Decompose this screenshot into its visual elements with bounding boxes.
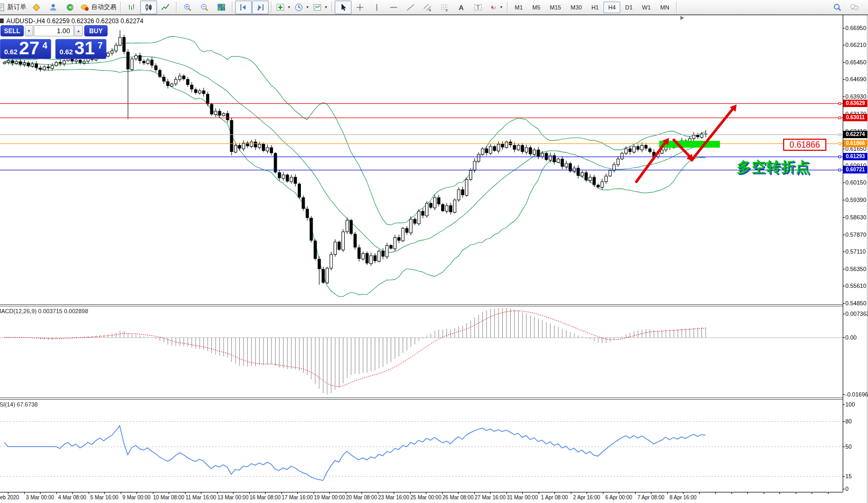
axis-tick-label: 0.66950 <box>845 25 866 31</box>
turning-point-note[interactable]: 多空转折点 <box>737 158 811 177</box>
axis-tick <box>843 286 845 286</box>
zoom-out-button[interactable] <box>196 1 213 14</box>
auto-scroll-button[interactable] <box>252 1 269 14</box>
timeframe-m15-button[interactable]: M15 <box>545 2 565 13</box>
buy-price-box[interactable]: 0.62 31 7 <box>55 39 106 59</box>
time-axis-label: 1 Apr 08:00 <box>541 495 568 500</box>
time-axis-label: 4 Mar 08:00 <box>58 495 86 500</box>
time-tick <box>410 492 411 494</box>
time-tick <box>539 492 539 494</box>
axis-tick <box>843 200 845 200</box>
timeframe-m30-button[interactable]: M30 <box>566 2 587 13</box>
arrows-button[interactable]: ▼ <box>486 1 505 14</box>
dropdown-arrow-icon[interactable]: ▼ <box>500 5 503 9</box>
axis-tick <box>843 303 845 304</box>
tile-windows-button[interactable] <box>213 1 230 14</box>
time-axis-label: 20 Mar 08:00 <box>346 495 377 500</box>
volume-down-button[interactable]: ▼ <box>25 25 33 36</box>
horizontal-level-line[interactable] <box>0 103 843 104</box>
horizontal-level-line[interactable] <box>0 170 843 170</box>
axis-tick-label: 0.57110 <box>845 248 866 255</box>
time-tick <box>8 492 8 494</box>
time-axis-label: 7 Apr 08:00 <box>637 495 664 500</box>
candle-chart-button[interactable] <box>140 1 157 14</box>
market-watch-button[interactable] <box>28 1 45 14</box>
line-chart-button[interactable] <box>157 1 174 14</box>
text-button[interactable]: A <box>453 1 470 14</box>
timeframe-m5-button[interactable]: M5 <box>528 2 545 13</box>
gold-icon <box>32 3 41 12</box>
periods-button[interactable]: ▼ <box>292 1 311 14</box>
dropdown-arrow-icon[interactable]: ▼ <box>306 5 309 9</box>
templates-button[interactable]: ▼ <box>311 1 329 14</box>
axis-tick-label: 0.64690 <box>845 76 866 82</box>
volume-field[interactable]: 1.00 <box>34 25 74 36</box>
time-tick <box>346 492 346 494</box>
timeframe-w1-button[interactable]: W1 <box>637 2 656 13</box>
buy-button[interactable]: BUY <box>84 25 108 36</box>
price-chart-canvas[interactable] <box>0 15 843 492</box>
dropdown-arrow-icon[interactable]: ▼ <box>324 5 328 9</box>
tag-connector <box>838 142 841 145</box>
tag-connector <box>838 169 841 171</box>
vertical-line-button[interactable] <box>368 1 385 14</box>
autotrade-icon <box>80 3 90 12</box>
cursor-button[interactable] <box>335 1 352 14</box>
fibo-icon: F <box>440 3 449 12</box>
horizontal-level-line[interactable] <box>0 118 843 118</box>
tag-connector <box>838 156 841 158</box>
time-tick <box>24 492 25 494</box>
price-tag: 0.63011 <box>843 114 867 121</box>
signals-button[interactable] <box>62 1 79 14</box>
timeframe-d1-button[interactable]: D1 <box>620 2 637 13</box>
accounts-button[interactable] <box>45 1 62 14</box>
time-tick <box>747 492 748 494</box>
scroll-to-end-marker[interactable] <box>680 16 684 20</box>
time-axis-label: 5 Mar 16:00 <box>90 495 118 500</box>
time-axis-label: 9 Mar 00:00 <box>122 495 150 500</box>
buy-price-big: 31 <box>74 37 95 59</box>
auto-trading-button[interactable]: 自动交易 <box>79 1 118 14</box>
tag-connector <box>838 117 841 119</box>
timeframe-m1-button[interactable]: M1 <box>510 2 528 13</box>
chart-shift-button[interactable] <box>235 1 252 14</box>
timeframe-h4-button[interactable]: H4 <box>603 2 620 13</box>
search-icon[interactable] <box>829 1 846 14</box>
sell-button[interactable]: SELL <box>1 25 24 36</box>
template-icon <box>313 3 322 12</box>
time-tick <box>764 492 764 494</box>
indicators-button[interactable]: ▼ <box>274 1 292 14</box>
symbol-header: AUDUSD-,H4 0.62259 0.62326 0.62203 0.622… <box>6 17 143 25</box>
hline-icon <box>389 3 398 12</box>
zoom-in-button[interactable] <box>179 1 196 14</box>
price-tag: 0.61866 <box>843 140 867 147</box>
time-tick <box>506 492 507 494</box>
crosshair-button[interactable] <box>352 1 368 14</box>
time-tick <box>571 492 571 494</box>
timeframe-h1-button[interactable]: H1 <box>587 2 603 13</box>
tile-icon <box>217 3 226 12</box>
time-tick <box>185 492 186 494</box>
horizontal-line-button[interactable] <box>385 1 402 14</box>
axis-tick <box>843 96 845 97</box>
bar-chart-button[interactable] <box>123 1 140 14</box>
sell-price-box[interactable]: 0.62 27 4 <box>0 39 51 59</box>
horizontal-level-line[interactable] <box>0 134 843 135</box>
chat-icon[interactable] <box>846 1 863 14</box>
text-label-button[interactable]: T <box>470 1 486 14</box>
price-note-box[interactable]: 0.61866 <box>783 139 826 151</box>
time-axis-label: 3 Mar 00:00 <box>26 495 54 500</box>
crosshair-icon <box>355 3 365 12</box>
volume-up-button[interactable]: ▲ <box>74 25 83 36</box>
channel-button[interactable]: E <box>419 1 436 14</box>
horizontal-level-line[interactable] <box>0 157 843 157</box>
fibonacci-button[interactable]: F <box>436 1 453 14</box>
dropdown-arrow-icon[interactable]: ▼ <box>287 5 291 9</box>
timeframe-mn-button[interactable]: MN <box>656 2 674 13</box>
zoomout-icon <box>200 3 209 12</box>
new-order-button[interactable]: 新订单 <box>0 1 28 14</box>
macd-axis-label: 0.007363 <box>845 311 868 317</box>
time-tick <box>635 492 636 494</box>
trendline-button[interactable] <box>402 1 419 14</box>
time-axis-label: 11 Mar 16:00 <box>186 495 216 500</box>
